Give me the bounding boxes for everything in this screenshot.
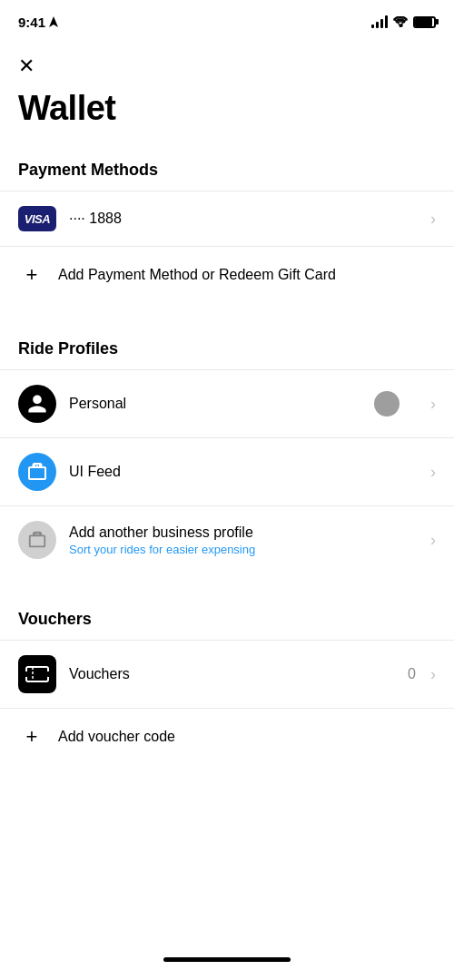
battery-icon — [413, 16, 436, 28]
svg-point-1 — [400, 24, 402, 27]
personal-profile-label: Personal — [69, 396, 423, 412]
home-indicator — [163, 957, 291, 962]
add-business-profile-item[interactable]: Add another business profile Sort your r… — [0, 505, 454, 573]
vouchers-chevron-icon: › — [430, 665, 436, 684]
vouchers-label: Vouchers — [69, 666, 408, 682]
add-payment-label: Add Payment Method or Redeem Gift Card — [58, 267, 436, 283]
home-indicator-container — [0, 950, 454, 969]
svg-point-3 — [25, 671, 29, 677]
ui-feed-profile-label: UI Feed — [69, 464, 423, 480]
add-business-profile-text: Add another business profile Sort your r… — [69, 524, 423, 556]
personal-profile-icon — [18, 385, 56, 423]
wifi-icon — [393, 16, 408, 27]
status-icons — [371, 15, 436, 28]
status-time: 9:41 — [18, 15, 58, 30]
ticket-icon — [25, 664, 49, 684]
ui-feed-chevron-icon: › — [430, 463, 436, 482]
personal-profile-item[interactable]: Personal › — [0, 369, 454, 437]
ui-feed-profile-icon — [18, 453, 56, 491]
add-payment-icon: + — [18, 261, 45, 289]
vouchers-section-header: Vouchers — [0, 595, 454, 640]
voucher-count: 0 — [408, 666, 416, 682]
add-business-chevron-icon: › — [430, 531, 436, 550]
drag-indicator — [374, 391, 400, 416]
page-title: Wallet — [0, 85, 454, 146]
visa-card-label: ···· 1888 — [69, 211, 423, 227]
location-arrow-icon — [49, 16, 58, 27]
add-payment-method-item[interactable]: + Add Payment Method or Redeem Gift Card — [0, 246, 454, 303]
briefcase-icon — [26, 461, 48, 483]
payment-methods-section-header: Payment Methods — [0, 146, 454, 191]
add-voucher-label: Add voucher code — [58, 729, 436, 745]
add-business-profile-icon — [18, 521, 56, 559]
close-button[interactable]: ✕ — [0, 40, 454, 85]
personal-chevron-icon: › — [430, 395, 436, 414]
visa-chevron-icon: › — [430, 210, 436, 229]
ui-feed-profile-item[interactable]: UI Feed › — [0, 437, 454, 505]
add-voucher-item[interactable]: + Add voucher code — [0, 708, 454, 765]
svg-rect-2 — [26, 667, 48, 681]
add-briefcase-icon — [27, 530, 47, 550]
add-voucher-icon: + — [18, 723, 45, 750]
svg-point-4 — [45, 671, 49, 677]
vouchers-item[interactable]: Vouchers 0 › — [0, 640, 454, 708]
close-icon: ✕ — [18, 54, 35, 78]
visa-card-item[interactable]: VISA ···· 1888 › — [0, 191, 454, 246]
status-bar: 9:41 — [0, 0, 454, 40]
ride-profiles-section-header: Ride Profiles — [0, 325, 454, 369]
person-icon — [26, 393, 48, 415]
signal-bars-icon — [371, 15, 388, 28]
voucher-icon — [18, 655, 56, 693]
visa-icon: VISA — [18, 206, 56, 231]
svg-marker-0 — [49, 16, 58, 27]
